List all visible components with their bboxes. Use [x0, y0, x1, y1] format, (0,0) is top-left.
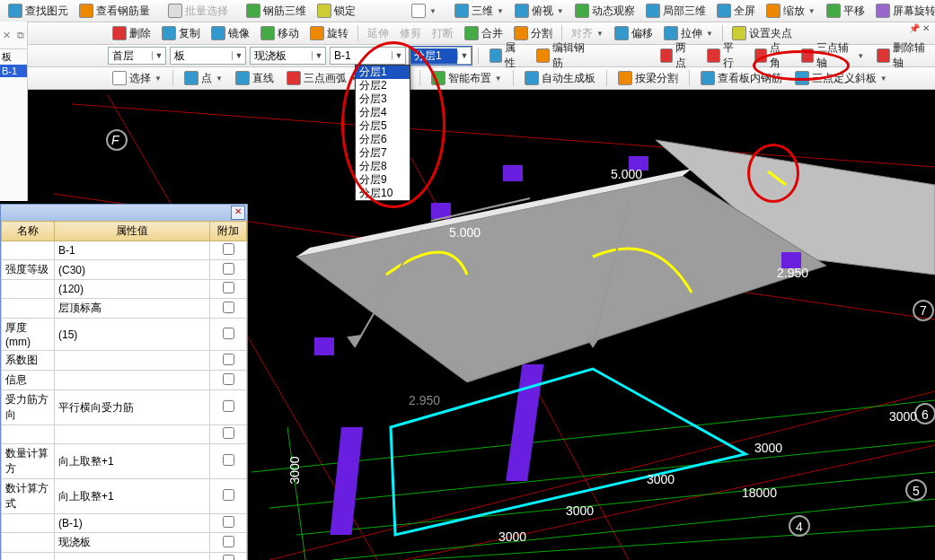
fullscreen-button[interactable]: 全屏 — [712, 2, 760, 21]
close-icon[interactable]: ✕ — [231, 206, 245, 220]
arc3-tool[interactable]: 三点画弧▼ — [282, 69, 362, 88]
property-row[interactable]: (B-1) — [2, 514, 247, 533]
prop-add-checkbox[interactable] — [210, 479, 247, 514]
pin-icon[interactable]: 📌 ✕ — [909, 23, 930, 33]
property-row[interactable]: 系数图 — [2, 351, 247, 371]
layer-option[interactable]: 分层1 — [356, 66, 410, 79]
steel-3d-button[interactable]: 钢筋三维 — [242, 2, 311, 21]
local-3d-button[interactable]: 局部三维 — [641, 2, 710, 21]
copy-button[interactable]: 复制 — [157, 24, 205, 43]
top-view-button[interactable]: 俯视▼ — [510, 2, 569, 21]
prop-add-checkbox[interactable] — [210, 280, 247, 299]
layer-combo[interactable]: 分层1▼ — [410, 47, 472, 65]
category-combo[interactable]: 板▼ — [170, 47, 246, 65]
trim-button[interactable]: 修剪 — [395, 24, 426, 43]
property-row[interactable] — [2, 553, 247, 561]
three-point-aux-button[interactable]: 三点辅轴▼ — [797, 39, 869, 73]
prop-add-checkbox[interactable] — [210, 260, 247, 280]
prop-add-checkbox[interactable] — [210, 514, 247, 533]
prop-add-checkbox[interactable] — [210, 425, 247, 444]
member-combo[interactable]: B-1▼ — [330, 47, 406, 65]
zoom-icon — [766, 4, 781, 18]
layer-option[interactable]: 分层2 — [356, 79, 410, 92]
layer-option[interactable]: 分层4 — [356, 106, 410, 119]
layer-option[interactable]: 分层5 — [356, 119, 410, 133]
tree-item-b1[interactable]: B-1 — [0, 65, 27, 77]
layer-option[interactable]: 分层10 — [356, 187, 410, 200]
delete-aux-button[interactable]: 删除辅轴 — [872, 39, 935, 73]
line-tool[interactable]: 直线 — [231, 69, 278, 88]
prop-value[interactable]: 现浇板 — [55, 533, 210, 553]
prop-value[interactable]: 向上取整+1 — [55, 479, 210, 514]
offset-button[interactable]: 偏移 — [610, 24, 657, 43]
property-row[interactable]: B-1 — [2, 241, 247, 260]
prop-add-checkbox[interactable] — [210, 371, 247, 390]
lock-button[interactable]: 锁定 — [313, 2, 360, 21]
layer-option[interactable]: 分层3 — [356, 92, 410, 106]
prop-value[interactable]: 平行横向受力筋 — [55, 390, 210, 425]
property-row[interactable]: 数量计算方向上取整+1 — [2, 444, 247, 479]
prop-add-checkbox[interactable] — [210, 241, 247, 260]
prop-value[interactable] — [55, 371, 210, 390]
property-row[interactable]: 层顶标高 — [2, 299, 247, 319]
extend-button[interactable]: 延伸 — [363, 24, 393, 43]
property-row[interactable]: 厚度(mm)(15) — [2, 319, 247, 351]
tree-placeholder-icon[interactable]: ✕ — [3, 30, 11, 41]
prop-value[interactable]: 向上取整+1 — [55, 444, 210, 479]
prop-add-checkbox[interactable] — [210, 390, 247, 425]
property-row[interactable]: 数计算方式向上取整+1 — [2, 479, 247, 514]
layer-option[interactable]: 分层6 — [356, 133, 410, 146]
property-panel-titlebar[interactable]: ✕ — [1, 205, 247, 221]
prop-value[interactable]: (120) — [55, 280, 210, 299]
property-row[interactable]: 信息 — [2, 371, 247, 390]
prop-value[interactable] — [55, 351, 210, 371]
select-tool[interactable]: 选择▼ — [108, 69, 166, 88]
mirror-button[interactable]: 镜像 — [207, 24, 254, 43]
find-element-button[interactable]: 查找图元 — [4, 2, 73, 21]
property-row[interactable] — [2, 425, 247, 444]
prop-value[interactable]: (C30) — [55, 260, 210, 280]
break-button[interactable]: 打断 — [428, 24, 458, 43]
prop-add-checkbox[interactable] — [210, 351, 247, 371]
delete-button[interactable]: 删除 — [108, 24, 155, 43]
properties-button[interactable]: 属性 — [485, 39, 528, 73]
type-combo[interactable]: 现浇板▼ — [250, 47, 326, 65]
property-row[interactable]: 受力筋方向平行横向受力筋 — [2, 390, 247, 425]
point-angle-button[interactable]: 点角 — [750, 39, 793, 73]
two-point-button[interactable]: 两点 — [656, 39, 699, 73]
layer-option[interactable]: 分层8 — [356, 160, 410, 173]
property-row[interactable]: 强度等级(C30) — [2, 260, 247, 280]
prop-add-checkbox[interactable] — [210, 444, 247, 479]
prop-add-checkbox[interactable] — [210, 319, 247, 351]
pan-button[interactable]: 平移 — [822, 2, 869, 21]
prop-add-checkbox[interactable] — [210, 299, 247, 319]
prop-value[interactable]: B-1 — [55, 241, 210, 260]
parallel-button[interactable]: 平行 — [702, 39, 745, 73]
3d-view-button[interactable]: 三维▼ — [450, 2, 508, 21]
prop-add-checkbox[interactable] — [210, 553, 247, 561]
move-button[interactable]: 移动 — [256, 24, 304, 43]
prop-value[interactable]: (B-1) — [55, 514, 210, 533]
new-doc-button[interactable]: ▼ — [407, 2, 441, 20]
layer-option[interactable]: 分层7 — [356, 146, 410, 160]
prop-value[interactable]: 层顶标高 — [55, 299, 210, 319]
point-tool[interactable]: 点▼ — [180, 69, 227, 88]
property-row[interactable]: 现浇板 — [2, 533, 247, 553]
rotate-button[interactable]: 旋转 — [305, 24, 353, 43]
tree-item-slab[interactable]: 板 — [0, 49, 27, 65]
prop-value[interactable] — [55, 425, 210, 444]
view-steel-button[interactable]: 查看钢筋量 — [75, 2, 154, 21]
prop-value[interactable]: (15) — [55, 319, 210, 351]
screen-rotate-button[interactable]: 屏幕旋转▼ — [871, 2, 935, 21]
dynamic-view-button[interactable]: 动态观察 — [570, 2, 640, 21]
batch-select-button[interactable]: 批量选择 — [163, 2, 233, 21]
prop-add-checkbox[interactable] — [210, 533, 247, 553]
prop-value[interactable] — [55, 553, 210, 561]
property-row[interactable]: (120) — [2, 280, 247, 299]
prop-name: 受力筋方向 — [2, 390, 55, 425]
tree-copy-icon[interactable]: ⧉ — [17, 30, 24, 41]
floor-combo[interactable]: 首层▼ — [108, 47, 166, 65]
zoom-button[interactable]: 缩放▼ — [762, 2, 820, 21]
layer-option[interactable]: 分层9 — [356, 173, 410, 187]
edit-rebar-button[interactable]: 编辑钢筋 — [532, 39, 595, 73]
